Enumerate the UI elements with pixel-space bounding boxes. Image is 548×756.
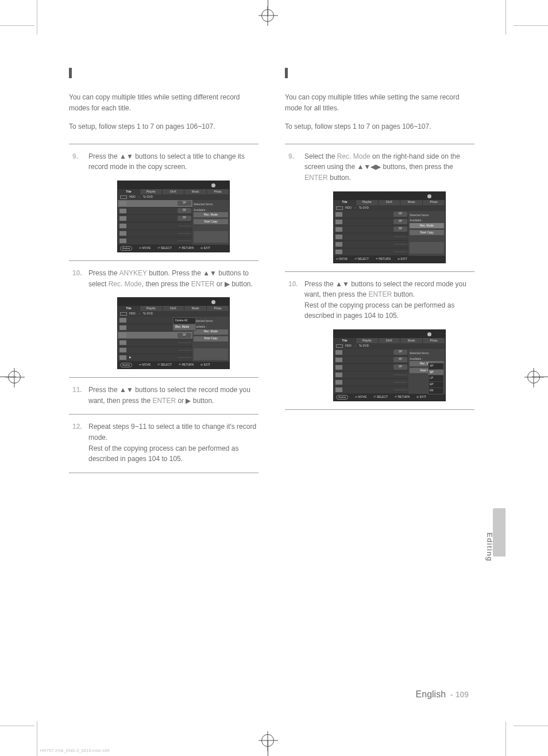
ui-screenshot-2: Title Playlist DivX Music Photo HDD→To D…	[117, 297, 230, 369]
step-text: Press the ▲▼ buttons to select a title t…	[88, 152, 245, 171]
left-step-10: 10. Press the ANYKEY button. Press the ▲…	[69, 268, 258, 369]
disc-icon	[211, 300, 215, 304]
header-bar-icon	[69, 68, 72, 78]
step-text: Rest of the copying process can be perfo…	[88, 444, 238, 463]
step-number: 10.	[72, 268, 82, 279]
rec-mode-button: Rec. Mode	[194, 212, 228, 217]
right-column: . You can copy multiple titles while set…	[285, 68, 474, 480]
updown-arrows-icon: ▲▼	[203, 269, 217, 277]
step-text: Rest of the copying process can be perfo…	[304, 301, 454, 320]
step-number: 10.	[288, 279, 298, 290]
step-text: Press the ANYKEY button. Press the ▲▼ bu…	[88, 269, 253, 288]
left-intro-text: You can copy multiple titles while setti…	[69, 92, 258, 113]
left-section-header: .	[69, 68, 258, 78]
separator	[69, 260, 258, 261]
separator	[69, 144, 258, 144]
left-setup-text: To setup, follow steps 1 to 7 on pages 1…	[69, 121, 258, 132]
mode-dropdown: XP SP LP EP FR	[428, 363, 444, 394]
ui-screenshot-3: Title Playlist DivX Music Photo HDD→To D…	[333, 191, 446, 263]
separator	[285, 144, 474, 144]
footer-page-number: - 109	[450, 690, 469, 699]
process-filename: HR757-XXA_ENG-6_0610.indd 109	[40, 749, 109, 753]
separator	[285, 409, 474, 410]
footer-language: English	[416, 689, 446, 700]
popup-menu: Delete All Rec. Mode	[173, 317, 196, 331]
step-number: 11.	[72, 385, 82, 396]
ui-screenshot-1: Title Playlist DivX Music Photo HDD→To D…	[117, 181, 230, 252]
right-step-9: 9. Select the Rec. Mode on the right-han…	[285, 151, 474, 263]
nav-arrows-icon: ▲▼◀▶	[357, 163, 381, 171]
anykey-icon: Anykey	[336, 395, 348, 400]
disc-icon	[427, 194, 431, 198]
separator	[69, 377, 258, 378]
left-step-9: 9. Press the ▲▼ buttons to select a titl…	[69, 151, 258, 252]
step-number: 9.	[288, 151, 294, 162]
chapter-tab: Editing	[493, 508, 505, 557]
start-copy-button: Start Copy	[410, 230, 444, 235]
right-section-header: .	[285, 68, 474, 78]
updown-arrows-icon: ▲▼	[335, 280, 349, 288]
left-step-12: 12. Repeat steps 9~11 to select a title …	[69, 421, 258, 464]
disc-icon	[427, 332, 431, 336]
ui-screenshot-4: Title Playlist DivX Music Photo HDD→To D…	[333, 329, 446, 401]
step-number: 12.	[72, 421, 82, 432]
rec-mode-button: Rec. Mode	[410, 223, 444, 228]
right-step-10: 10. Press the ▲▼ buttons to select the r…	[285, 279, 474, 401]
start-copy-button: Start Copy	[194, 219, 228, 224]
separator	[69, 414, 258, 415]
page-footer: English - 109	[38, 689, 505, 700]
step-text: Press the ▲▼ buttons to select the recor…	[304, 280, 466, 299]
header-bar-icon	[285, 68, 288, 78]
right-setup-text: To setup, follow steps 1 to 7 on pages 1…	[285, 121, 474, 132]
tab-title: Title	[118, 189, 140, 194]
anykey-icon: Anykey	[120, 363, 132, 367]
right-intro-text: You can copy multiple titles while setti…	[285, 92, 474, 113]
step-number: 9.	[72, 151, 78, 162]
step-text: Select the Rec. Mode on the right-hand s…	[304, 152, 460, 182]
updown-arrows-icon: ▲▼	[119, 386, 133, 394]
left-column: . You can copy multiple titles while set…	[69, 68, 258, 480]
disc-icon	[211, 183, 215, 187]
separator	[69, 473, 258, 473]
left-step-11: 11. Press the ▲▼ buttons to select the r…	[69, 385, 258, 406]
chapter-tab-label: Editing	[485, 532, 494, 562]
separator	[285, 271, 474, 272]
step-text: Press the ▲▼ buttons to select the recor…	[88, 386, 250, 405]
step-text: Repeat steps 9~11 to select a title to c…	[88, 423, 256, 442]
anykey-icon: Anykey	[120, 246, 132, 251]
updown-arrows-icon: ▲▼	[119, 152, 133, 160]
right-arrow-icon: ▶	[225, 280, 230, 288]
